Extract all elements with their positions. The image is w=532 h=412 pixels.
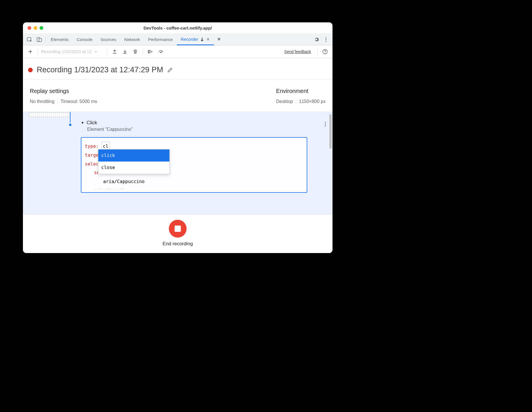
environment-heading: Environment bbox=[276, 88, 326, 94]
performance-replay-button[interactable] bbox=[156, 47, 165, 56]
titlebar: DevTools - coffee-cart.netlify.app/ bbox=[23, 22, 332, 34]
divider bbox=[296, 98, 296, 105]
step-title: Click bbox=[87, 120, 97, 126]
divider bbox=[317, 48, 318, 55]
tab-network[interactable]: Network bbox=[120, 34, 144, 45]
timeout-value[interactable]: Timeout: 5000 ms bbox=[60, 99, 97, 104]
tab-recorder[interactable]: Recorder ✕ bbox=[177, 34, 214, 45]
divider bbox=[143, 48, 143, 55]
close-tab-icon[interactable]: ✕ bbox=[206, 37, 210, 42]
timeline-connector bbox=[70, 112, 71, 123]
export-button[interactable] bbox=[110, 47, 119, 56]
recording-selector-dropdown[interactable]: Recording 1/31/2023 at 12 bbox=[41, 49, 104, 54]
recorder-toolbar: Recording 1/31/2023 at 12 Send feedback bbox=[23, 45, 332, 58]
send-feedback-link[interactable]: Send feedback bbox=[284, 49, 311, 54]
divider bbox=[45, 36, 46, 43]
step-details-editor[interactable]: type: cl target select selector #1: aria… bbox=[81, 137, 307, 193]
devtools-tabs-bar: Elements Console Sources Network Perform… bbox=[23, 34, 332, 45]
field-key-selector2-partial: selector #2 bbox=[94, 187, 124, 189]
close-window-button[interactable] bbox=[28, 26, 31, 30]
divider bbox=[57, 98, 58, 105]
svg-point-7 bbox=[161, 52, 161, 53]
svg-point-3 bbox=[325, 37, 326, 38]
step-subtitle: Element "Cappuccino" bbox=[87, 127, 324, 132]
recording-settings: Replay settings No throttling Timeout: 5… bbox=[23, 80, 332, 112]
tab-performance[interactable]: Performance bbox=[144, 34, 177, 45]
import-button[interactable] bbox=[120, 47, 130, 56]
step-header[interactable]: ▼ Click bbox=[81, 120, 324, 126]
edit-title-button[interactable] bbox=[167, 67, 173, 73]
environment-settings: Environment Desktop 1150×800 px bbox=[276, 88, 326, 105]
svg-point-9 bbox=[325, 53, 325, 53]
svg-point-4 bbox=[325, 39, 326, 40]
divider bbox=[38, 48, 38, 55]
tab-console[interactable]: Console bbox=[73, 34, 97, 45]
svg-point-10 bbox=[325, 122, 326, 123]
traffic-lights bbox=[28, 26, 43, 30]
replay-settings: Replay settings No throttling Timeout: 5… bbox=[30, 88, 97, 105]
replay-settings-heading: Replay settings bbox=[30, 88, 97, 94]
divider bbox=[107, 48, 107, 55]
inspect-element-icon[interactable] bbox=[25, 34, 34, 45]
maximize-window-button[interactable] bbox=[40, 26, 43, 30]
svg-point-5 bbox=[325, 41, 326, 42]
autocomplete-option-click[interactable]: click bbox=[98, 149, 169, 162]
help-icon[interactable] bbox=[320, 47, 330, 56]
step-card: ▼ Click Element "Cappuccino" type: cl ta… bbox=[81, 120, 324, 193]
delete-recording-button[interactable] bbox=[131, 47, 140, 56]
new-recording-button[interactable] bbox=[26, 47, 35, 56]
end-recording-label: End recording bbox=[163, 241, 193, 247]
dropdown-label: Recording 1/31/2023 at 12 bbox=[41, 49, 92, 54]
screenshot-thumbnail[interactable] bbox=[29, 112, 69, 117]
replay-button[interactable] bbox=[146, 47, 155, 56]
tab-elements[interactable]: Elements bbox=[47, 34, 73, 45]
svg-rect-2 bbox=[39, 38, 42, 42]
field-key-type: type bbox=[85, 143, 96, 149]
device-value: Desktop bbox=[276, 99, 293, 104]
step-more-menu-icon[interactable] bbox=[323, 122, 328, 127]
kebab-menu-icon[interactable] bbox=[321, 34, 331, 45]
recording-title: Recording 1/31/2023 at 12:47:29 PM bbox=[37, 65, 163, 74]
timeline-step-marker bbox=[68, 123, 72, 127]
window-title: DevTools - coffee-cart.netlify.app/ bbox=[144, 26, 212, 30]
minimize-window-button[interactable] bbox=[34, 26, 37, 30]
recorder-footer: End recording bbox=[23, 214, 332, 253]
more-tabs-button[interactable] bbox=[214, 34, 224, 45]
tab-label: Recorder bbox=[181, 37, 199, 42]
collapse-triangle-icon: ▼ bbox=[81, 121, 84, 125]
tab-label: Console bbox=[77, 37, 93, 42]
svg-rect-6 bbox=[148, 50, 149, 53]
tab-sources[interactable]: Sources bbox=[97, 34, 120, 45]
throttling-value[interactable]: No throttling bbox=[30, 99, 54, 104]
tab-label: Performance bbox=[148, 37, 173, 42]
scrollbar-thumb[interactable] bbox=[329, 114, 332, 149]
tab-label: Network bbox=[124, 37, 140, 42]
settings-icon[interactable] bbox=[311, 34, 321, 45]
autocomplete-option-close[interactable]: close bbox=[98, 162, 169, 174]
devtools-window: DevTools - coffee-cart.netlify.app/ Elem… bbox=[23, 22, 332, 253]
autocomplete-popup: click close bbox=[98, 149, 170, 174]
svg-point-11 bbox=[325, 124, 326, 125]
chevron-down-icon bbox=[94, 50, 97, 53]
end-recording-button[interactable] bbox=[169, 220, 187, 238]
recording-indicator-icon bbox=[28, 68, 33, 72]
recording-header: Recording 1/31/2023 at 12:47:29 PM bbox=[23, 58, 332, 80]
recording-steps-area: ▼ Click Element "Cappuccino" type: cl ta… bbox=[23, 112, 332, 214]
tab-label: Sources bbox=[101, 37, 116, 42]
viewport-value: 1150×800 px bbox=[299, 99, 326, 104]
svg-point-12 bbox=[325, 125, 326, 126]
selector1-value[interactable]: aria/Cappuccino bbox=[103, 179, 145, 184]
toggle-device-toolbar-icon[interactable] bbox=[34, 34, 44, 45]
flask-icon bbox=[200, 37, 204, 41]
tab-label: Elements bbox=[51, 37, 69, 42]
stop-icon bbox=[175, 226, 181, 232]
